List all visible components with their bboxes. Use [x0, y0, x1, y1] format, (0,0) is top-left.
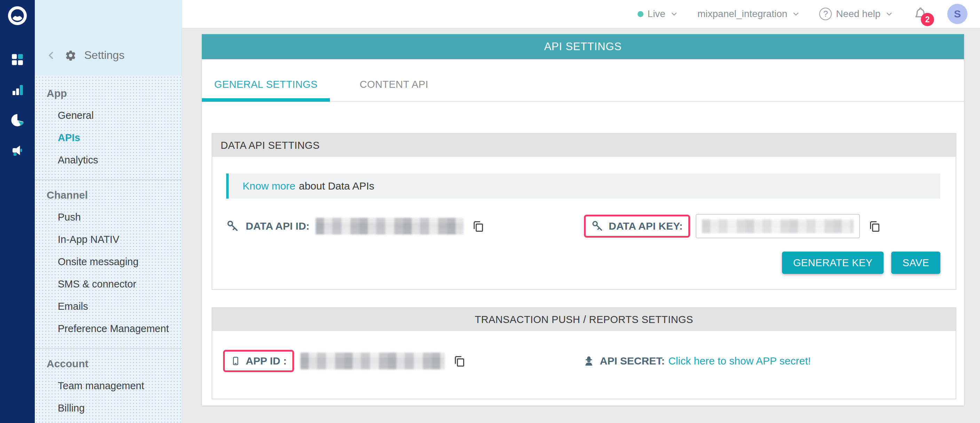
- sidebar-item-push[interactable]: Push: [35, 206, 182, 228]
- nav-section-app: App: [35, 83, 182, 104]
- sidebar-item-team-management[interactable]: Team management: [35, 375, 182, 397]
- brand-logo-icon[interactable]: [7, 6, 27, 26]
- app-id-label: APP ID :: [246, 355, 287, 367]
- apps-grid-icon[interactable]: [10, 52, 25, 67]
- project-name: mixpanel_integration: [697, 8, 787, 19]
- need-help-menu[interactable]: ? Need help: [819, 8, 894, 20]
- sidebar-title: Settings: [84, 49, 124, 62]
- environment-label: Live: [648, 8, 665, 19]
- settings-sidebar: Settings App General APIs Analytics Chan…: [35, 0, 182, 423]
- tab-bar: GENERAL SETTINGS CONTENT API: [202, 59, 964, 102]
- top-bar: Live mixpanel_integration ? Need help 2 …: [182, 0, 980, 29]
- sidebar-item-analytics[interactable]: Analytics: [35, 149, 182, 171]
- save-button[interactable]: SAVE: [891, 252, 940, 274]
- environment-selector[interactable]: Live: [638, 8, 679, 19]
- megaphone-icon[interactable]: [10, 143, 25, 158]
- notifications-button[interactable]: 2: [913, 6, 929, 22]
- chevron-down-icon: [885, 10, 894, 19]
- live-status-dot: [638, 11, 643, 17]
- api-settings-card: API SETTINGS GENERAL SETTINGS CONTENT AP…: [202, 34, 964, 405]
- data-api-key-label: DATA API KEY:: [609, 220, 683, 232]
- data-api-id-field: DATA API ID:: [226, 218, 584, 235]
- secret-agent-icon: [582, 355, 595, 367]
- data-api-key-value-redacted: [702, 219, 854, 233]
- rail-nav: [0, 52, 35, 158]
- transaction-section-title: TRANSACTION PUSH / REPORTS SETTINGS: [212, 308, 956, 331]
- copy-icon[interactable]: [868, 219, 881, 233]
- show-app-secret-link[interactable]: Click here to show APP secret!: [668, 355, 811, 367]
- help-icon: ?: [819, 8, 832, 20]
- sidebar-item-billing[interactable]: Billing: [35, 397, 182, 419]
- sidebar-nav: App General APIs Analytics Channel Push …: [35, 76, 182, 423]
- transaction-settings-section: TRANSACTION PUSH / REPORTS SETTINGS APP …: [212, 307, 956, 399]
- api-secret-field: API SECRET: Click here to show APP secre…: [582, 355, 942, 367]
- data-api-section-title: DATA API SETTINGS: [212, 134, 956, 157]
- api-secret-label: API SECRET:: [600, 355, 665, 367]
- key-icon: [591, 220, 604, 232]
- app-id-value-redacted: [300, 353, 445, 369]
- sidebar-item-sms-connector[interactable]: SMS & connector: [35, 273, 182, 295]
- key-icon: [226, 220, 239, 233]
- data-api-key-field: DATA API KEY:: [584, 214, 942, 238]
- app-id-field: APP ID :: [223, 350, 582, 372]
- app-id-highlight-box: APP ID :: [223, 350, 294, 372]
- user-avatar[interactable]: S: [947, 4, 967, 24]
- bar-chart-icon[interactable]: [10, 83, 25, 97]
- notification-count-badge: 2: [921, 13, 934, 26]
- main-content: API SETTINGS GENERAL SETTINGS CONTENT AP…: [182, 29, 980, 423]
- gear-icon: [65, 49, 76, 61]
- tab-content-api[interactable]: CONTENT API: [330, 59, 458, 101]
- sidebar-header: Settings: [35, 0, 182, 76]
- banner-text: about Data APIs: [299, 180, 374, 192]
- data-api-key-input[interactable]: [696, 214, 860, 238]
- data-api-settings-section: DATA API SETTINGS Know more about Data A…: [212, 133, 956, 290]
- sidebar-item-inapp-nativ[interactable]: In-App NATIV: [35, 228, 182, 251]
- data-api-key-highlight-box: DATA API KEY:: [584, 215, 690, 238]
- copy-icon[interactable]: [452, 354, 466, 368]
- phone-icon: [231, 356, 241, 366]
- project-selector[interactable]: mixpanel_integration: [697, 8, 800, 19]
- pie-chart-icon[interactable]: [10, 113, 25, 128]
- chevron-down-icon: [670, 10, 679, 19]
- sidebar-item-preference-management[interactable]: Preference Management: [35, 318, 182, 340]
- data-api-id-label: DATA API ID:: [246, 220, 309, 232]
- copy-icon[interactable]: [471, 219, 485, 233]
- generate-key-button[interactable]: GENERATE KEY: [782, 252, 884, 274]
- sidebar-item-general[interactable]: General: [35, 104, 182, 126]
- chevron-down-icon: [791, 10, 800, 19]
- nav-section-channel: Channel: [35, 184, 182, 206]
- app-rail: [0, 0, 35, 423]
- need-help-label: Need help: [836, 8, 880, 19]
- know-more-banner: Know more about Data APIs: [226, 174, 940, 199]
- data-api-id-value-redacted: [316, 218, 463, 235]
- back-chevron-icon[interactable]: [45, 49, 57, 61]
- know-more-link[interactable]: Know more: [243, 180, 296, 192]
- sidebar-item-emails[interactable]: Emails: [35, 295, 182, 318]
- page-title: API SETTINGS: [202, 34, 964, 59]
- tab-general-settings[interactable]: GENERAL SETTINGS: [202, 59, 330, 101]
- sidebar-item-apis[interactable]: APIs: [35, 126, 182, 149]
- sidebar-item-onsite-messaging[interactable]: Onsite messaging: [35, 251, 182, 273]
- nav-section-account: Account: [35, 353, 182, 375]
